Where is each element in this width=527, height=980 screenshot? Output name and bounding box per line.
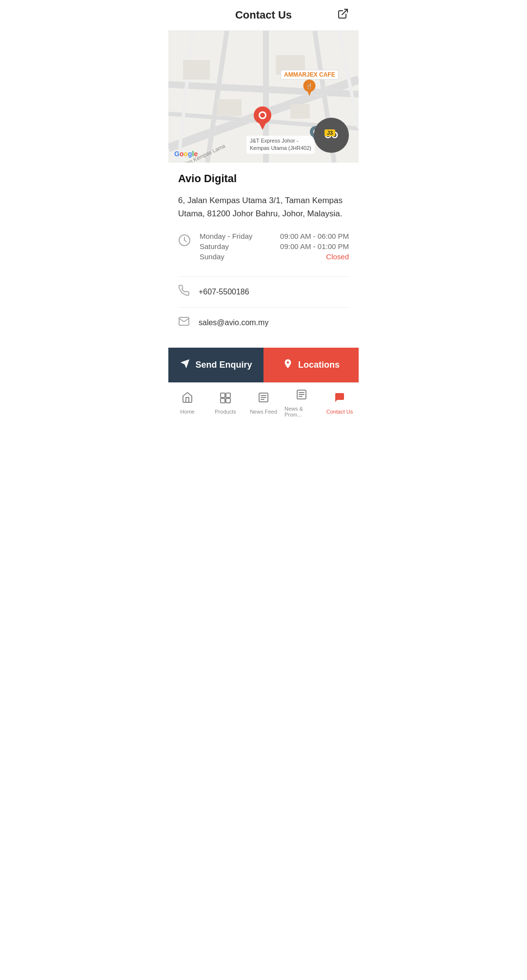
- cafe-pin: AMMARJEX CAFE 🍴: [281, 70, 339, 96]
- send-enquiry-button[interactable]: Send Enquiry: [168, 348, 264, 382]
- svg-marker-22: [307, 89, 312, 96]
- location-pin: [254, 106, 271, 132]
- share-icon[interactable]: [337, 8, 349, 22]
- send-icon: [180, 358, 190, 372]
- cafe-label: AMMARJEX CAFE: [281, 70, 339, 80]
- locations-label: Locations: [298, 360, 340, 370]
- google-logo: Google: [174, 150, 198, 158]
- contact-icon: [334, 392, 345, 406]
- enquiry-label: Send Enquiry: [195, 360, 252, 370]
- svg-rect-18: [290, 104, 310, 119]
- j3-badge: J3: [324, 129, 335, 136]
- svg-rect-35: [221, 393, 225, 397]
- main-content: Avio Digital 6, Jalan Kempas Utama 3/1, …: [168, 163, 359, 338]
- svg-line-32: [184, 240, 186, 242]
- svg-point-25: [260, 113, 265, 118]
- bottom-navigation: Home Products News Feed: [168, 382, 359, 422]
- hours-time-3: Closed: [326, 252, 349, 261]
- hours-row-sunday: Sunday Closed: [200, 252, 349, 261]
- news-promo-icon: [296, 389, 307, 403]
- phone-icon: [178, 285, 199, 299]
- map-section[interactable]: Jalan Kempas Lama AMMARJEX CAFE 🍴 J&T Ex…: [168, 31, 359, 163]
- nav-newsfeed[interactable]: News Feed: [244, 383, 283, 422]
- locations-button[interactable]: Locations: [264, 348, 359, 382]
- nav-home[interactable]: Home: [168, 383, 206, 422]
- svg-marker-26: [258, 120, 267, 130]
- email-icon: [178, 315, 199, 330]
- products-icon: [220, 392, 231, 406]
- phone-row[interactable]: +607-5500186: [178, 276, 349, 307]
- nav-contact[interactable]: Contact Us: [321, 383, 359, 422]
- email-address: sales@avio.com.my: [199, 318, 268, 327]
- svg-rect-19: [183, 60, 210, 80]
- svg-rect-37: [221, 398, 225, 403]
- nav-products[interactable]: Products: [206, 383, 244, 422]
- nav-newsfeed-label: News Feed: [250, 409, 277, 415]
- hours-day-2: Saturday: [200, 242, 263, 250]
- action-bar: Send Enquiry Locations: [168, 348, 359, 382]
- nav-news-promo[interactable]: News & Prom...: [283, 383, 321, 422]
- newsfeed-icon: [258, 392, 269, 406]
- app-header: Contact Us: [168, 0, 359, 31]
- nav-home-label: Home: [180, 409, 194, 415]
- hours-row-saturday: Saturday 09:00 AM - 01:00 PM: [200, 242, 349, 250]
- page-title: Contact Us: [235, 9, 292, 21]
- hours-time-1: 09:00 AM - 06:00 PM: [280, 232, 349, 240]
- hours-row-monday: Monday - Friday 09:00 AM - 06:00 PM: [200, 232, 349, 240]
- nav-news-promo-label: News & Prom...: [284, 406, 319, 417]
- hours-table: Monday - Friday 09:00 AM - 06:00 PM Satu…: [200, 232, 349, 263]
- clock-icon: [178, 234, 191, 250]
- svg-rect-38: [226, 398, 230, 403]
- svg-line-0: [342, 9, 347, 15]
- business-address: 6, Jalan Kempas Utama 3/1, Taman Kempas …: [178, 194, 349, 220]
- svg-text:🍴: 🍴: [305, 83, 313, 90]
- email-row[interactable]: sales@avio.com.my: [178, 307, 349, 338]
- hours-section: Monday - Friday 09:00 AM - 06:00 PM Satu…: [178, 232, 349, 263]
- nav-products-label: Products: [215, 409, 236, 415]
- hours-time-2: 09:00 AM - 01:00 PM: [280, 242, 349, 250]
- business-name: Avio Digital: [178, 172, 349, 185]
- svg-rect-36: [226, 393, 230, 397]
- nav-contact-label: Contact Us: [326, 409, 353, 415]
- location-icon: [283, 358, 293, 372]
- svg-rect-17: [217, 99, 242, 116]
- hours-day-3: Sunday: [200, 252, 263, 261]
- jt-express-label: J&T Express Johor - Kempas Utama (JHR402…: [246, 136, 315, 154]
- hours-day-1: Monday - Friday: [200, 232, 263, 240]
- phone-number: +607-5500186: [199, 288, 249, 296]
- home-icon: [182, 392, 193, 406]
